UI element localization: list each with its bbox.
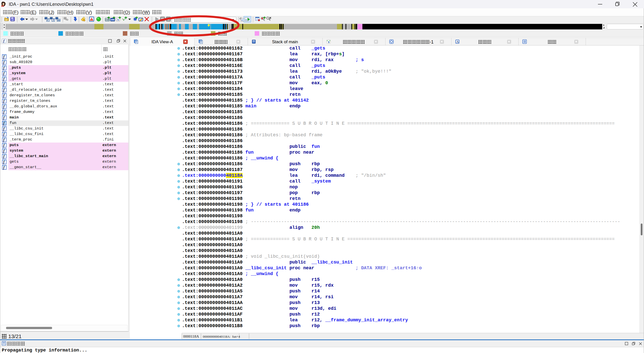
svg-text:T: T xyxy=(53,19,54,21)
svg-text:CODE: CODE xyxy=(105,19,109,21)
svg-text:DATA: DATA xyxy=(111,19,115,21)
svg-text:#: # xyxy=(47,19,49,21)
svg-text:101: 101 xyxy=(57,19,60,21)
svg-text:A: A xyxy=(117,18,119,21)
svg-text:s: s xyxy=(328,40,330,44)
svg-text:A: A xyxy=(457,40,459,43)
svg-text:c: c xyxy=(246,18,247,21)
svg-text:64: 64 xyxy=(1,5,4,7)
svg-text:‘s’: ‘s’ xyxy=(122,18,125,21)
